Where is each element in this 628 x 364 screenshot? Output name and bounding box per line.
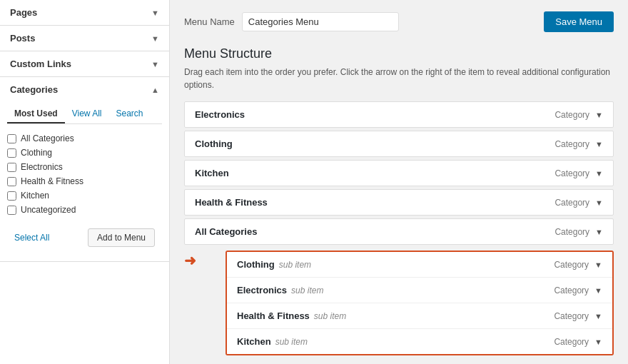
categories-body: Most Used View All Search All Categories… (0, 102, 169, 261)
sub-item-name: Kitchen (237, 336, 271, 347)
sidebar-section-pages-header[interactable]: Pages ▼ (0, 0, 169, 25)
sub-items-wrapper: ➜ Clothing sub item Category ▼ Electroni… (184, 248, 614, 355)
label-health-fitness: Health & Fitness (21, 176, 83, 186)
sub-item-name: Health & Fitness (237, 310, 310, 321)
tab-most-used[interactable]: Most Used (7, 105, 65, 123)
dropdown-arrow-icon: ▼ (595, 198, 603, 207)
list-item: Kitchen (7, 188, 162, 203)
dropdown-arrow-icon: ▼ (594, 312, 602, 320)
tab-view-all[interactable]: View All (65, 105, 109, 123)
dropdown-arrow-icon: ▼ (594, 338, 602, 346)
sidebar-pages-label: Pages (10, 7, 37, 18)
menu-item-right: Category ▼ (554, 168, 603, 178)
sub-items-arrow-icon: ➜ (184, 252, 196, 269)
sidebar-categories-label: Categories (10, 84, 58, 95)
sub-item-type: Category (554, 260, 589, 270)
menu-item-type: Category (554, 227, 589, 237)
list-item: Health & Fitness (7, 174, 162, 188)
menu-item-right: Category ▼ (554, 198, 603, 208)
sub-item-label: Health & Fitness sub item (237, 310, 346, 321)
tab-search[interactable]: Search (109, 105, 151, 123)
menu-item-label: Health & Fitness (195, 197, 268, 208)
menu-item[interactable]: Electronics Category ▼ (184, 101, 614, 128)
menu-item-type: Category (554, 139, 589, 149)
menu-item-right: Category ▼ (554, 227, 603, 237)
menu-item-right: Category ▼ (554, 139, 603, 149)
sidebar-section-categories-header[interactable]: Categories ▲ (0, 77, 169, 102)
sub-items-group: Clothing sub item Category ▼ Electronics… (226, 251, 614, 355)
list-item: Uncategorized (7, 203, 162, 217)
sub-item-name: Clothing (237, 259, 275, 270)
categories-checkbox-list: All Categories Clothing Electronics Heal… (7, 131, 162, 217)
menu-item-type: Category (554, 110, 589, 120)
menu-item-label: All Categories (195, 226, 257, 237)
menu-item[interactable]: Electronics sub item Category ▼ (227, 278, 612, 303)
menu-item-label: Clothing (195, 138, 233, 149)
sidebar-footer: Select All Add to Menu (7, 223, 162, 254)
dropdown-arrow-icon: ▼ (594, 261, 602, 269)
sidebar-section-custom-links-header[interactable]: Custom Links ▼ (0, 51, 169, 76)
arrow-container: ➜ (184, 248, 204, 269)
menu-item[interactable]: Health & Fitness sub item Category ▼ (227, 303, 612, 329)
menu-item[interactable]: Clothing sub item Category ▼ (227, 252, 612, 278)
sub-item-tag: sub item (314, 311, 346, 321)
checkbox-all-categories[interactable] (7, 134, 16, 143)
sub-item-tag: sub item (279, 260, 311, 270)
sub-item-type: Category (554, 311, 589, 321)
sidebar: Pages ▼ Posts ▼ Custom Links ▼ Categorie… (0, 0, 170, 364)
save-menu-button[interactable]: Save Menu (544, 11, 614, 32)
sidebar-section-posts: Posts ▼ (0, 26, 169, 51)
list-item: Electronics (7, 160, 162, 174)
sidebar-section-posts-header[interactable]: Posts ▼ (0, 26, 169, 51)
select-all-link[interactable]: Select All (14, 233, 49, 243)
sub-item-label: Electronics sub item (237, 285, 323, 295)
sub-item-tag: sub item (275, 337, 308, 347)
sidebar-posts-label: Posts (10, 33, 35, 44)
menu-structure-title: Menu Structure (184, 46, 614, 61)
dropdown-arrow-icon: ▼ (595, 111, 603, 119)
dropdown-arrow-icon: ▼ (594, 286, 602, 295)
menu-item-label: Electronics (195, 109, 245, 120)
menu-item-right: Category ▼ (554, 285, 602, 295)
menu-item[interactable]: Health & Fitness Category ▼ (184, 189, 614, 216)
checkbox-health-fitness[interactable] (7, 177, 16, 186)
sidebar-section-pages: Pages ▼ (0, 0, 169, 26)
sidebar-section-custom-links: Custom Links ▼ (0, 51, 169, 77)
menu-item[interactable]: Kitchen sub item Category ▼ (227, 329, 612, 354)
sidebar-custom-links-chevron: ▼ (151, 60, 159, 69)
sub-item-tag: sub item (291, 285, 323, 295)
categories-tabs: Most Used View All Search (7, 102, 162, 124)
checkbox-clothing[interactable] (7, 148, 16, 158)
menu-item[interactable]: Kitchen Category ▼ (184, 160, 614, 186)
menu-name-input[interactable] (242, 12, 399, 31)
list-item: All Categories (7, 131, 162, 146)
menu-name-row: Menu Name Save Menu (184, 11, 614, 32)
label-all-categories: All Categories (21, 133, 74, 143)
sub-item-type: Category (554, 285, 589, 295)
main-content: Menu Name Save Menu Menu Structure Drag … (170, 0, 628, 364)
checkbox-uncategorized[interactable] (7, 206, 16, 215)
sub-item-label: Clothing sub item (237, 259, 311, 270)
menu-name-label: Menu Name (184, 16, 235, 27)
sidebar-posts-chevron: ▼ (151, 34, 159, 43)
sidebar-categories-chevron: ▲ (151, 86, 159, 94)
menu-item-type: Category (554, 198, 589, 208)
menu-item[interactable]: Clothing Category ▼ (184, 131, 614, 157)
label-uncategorized: Uncategorized (21, 205, 76, 215)
add-to-menu-button[interactable]: Add to Menu (88, 228, 155, 247)
sub-item-type: Category (554, 337, 589, 347)
checkbox-kitchen[interactable] (7, 191, 16, 201)
label-clothing: Clothing (21, 148, 52, 158)
sidebar-custom-links-label: Custom Links (10, 59, 71, 69)
label-kitchen: Kitchen (21, 191, 49, 201)
menu-item[interactable]: All Categories Category ▼ (184, 218, 614, 245)
menu-item-right: Category ▼ (554, 311, 602, 321)
sub-item-name: Electronics (237, 285, 287, 295)
checkbox-electronics[interactable] (7, 163, 16, 172)
sidebar-pages-chevron: ▼ (151, 9, 159, 17)
menu-item-right: Category ▼ (554, 260, 602, 270)
dropdown-arrow-icon: ▼ (595, 169, 603, 178)
label-electronics: Electronics (21, 162, 63, 172)
dropdown-arrow-icon: ▼ (595, 140, 603, 148)
sub-item-label: Kitchen sub item (237, 336, 308, 347)
